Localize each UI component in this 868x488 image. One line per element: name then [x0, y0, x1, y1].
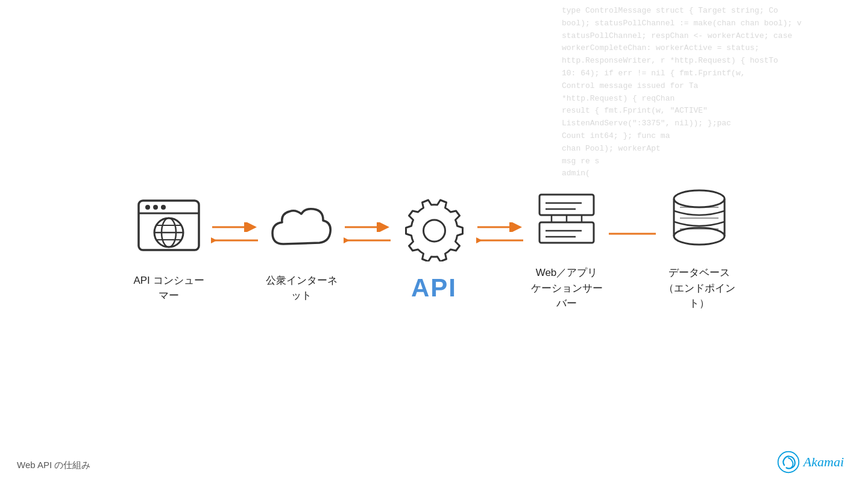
- api-consumer-icon: [133, 195, 205, 261]
- code-background: type ControlMessage struct { Target stri…: [555, 0, 868, 181]
- web-app-server-label: Web／アプリケーションサーバー: [530, 265, 603, 311]
- database-label: データベース（エンドポイント）: [663, 265, 735, 311]
- gear-icon: [398, 195, 470, 261]
- svg-point-4: [161, 205, 166, 210]
- arrow-double-1: [211, 222, 259, 275]
- svg-point-33: [674, 190, 725, 207]
- web-app-server-item: Web／アプリケーションサーバー: [530, 187, 603, 311]
- akamai-logo: Akamai: [777, 451, 844, 474]
- cloud-icon: [265, 195, 338, 261]
- server-icon: [530, 187, 603, 253]
- svg-point-3: [153, 205, 158, 210]
- svg-point-36: [674, 228, 725, 245]
- arrow-single-left: [609, 229, 657, 269]
- database-item: データベース（エンドポイント）: [663, 187, 735, 311]
- footer-label: Web API の仕組み: [17, 460, 90, 471]
- diagram-container: API コンシューマー: [133, 187, 735, 311]
- svg-rect-23: [539, 195, 594, 215]
- api-text-label: API: [411, 274, 457, 302]
- api-consumer-item: API コンシューマー: [133, 195, 205, 304]
- api-consumer-label: API コンシューマー: [133, 273, 205, 304]
- api-gear-item: API: [398, 195, 470, 302]
- database-icon: [663, 187, 735, 253]
- svg-point-2: [145, 205, 150, 210]
- svg-point-18: [423, 220, 445, 242]
- arrow-double-2: [344, 222, 392, 275]
- public-internet-item: 公衆インターネット: [265, 195, 338, 304]
- akamai-icon: [777, 451, 800, 474]
- public-internet-label: 公衆インターネット: [265, 273, 338, 304]
- svg-point-40: [778, 452, 799, 473]
- arrow-double-3: [476, 222, 524, 275]
- akamai-brand-name: Akamai: [804, 454, 844, 470]
- svg-rect-26: [539, 222, 594, 243]
